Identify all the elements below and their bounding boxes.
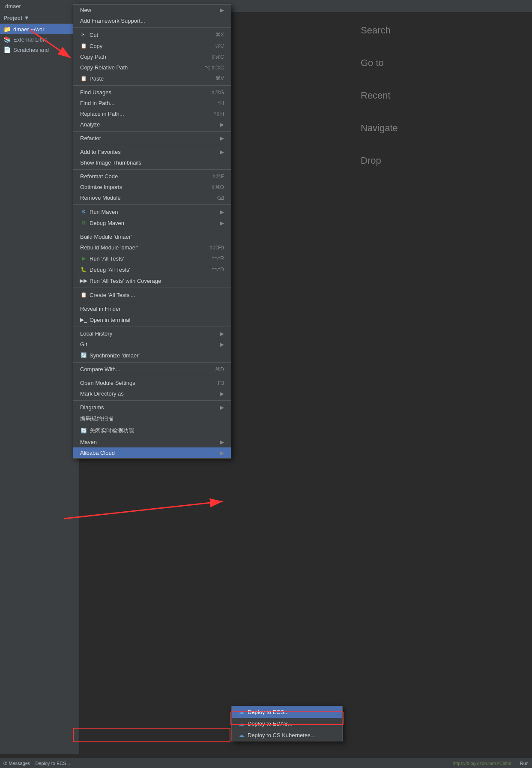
menu-item-add-framework[interactable]: Add Framework Support...: [73, 15, 231, 26]
right-panel-recent: Recent: [361, 86, 523, 105]
menu-item-run-maven[interactable]: ⚙Run Maven ▶: [73, 206, 231, 217]
menu-label-diagrams: Diagrams: [80, 404, 216, 411]
menu-item-paste[interactable]: 📋Paste ⌘V: [73, 73, 231, 84]
menu-item-reformat-code[interactable]: Reformat Code ⇧⌘F: [73, 171, 231, 182]
menu-item-debug-all-tests[interactable]: 🐛Debug 'All Tests' ^⌥D: [73, 264, 231, 275]
menu-item-copy[interactable]: 📋Copy ⌘C: [73, 40, 231, 51]
separator-5: [73, 169, 231, 170]
menu-item-open-module-settings[interactable]: Open Module Settings F3: [73, 378, 231, 388]
menu-label-code-scan: 编码规约扫描: [80, 415, 224, 423]
bottom-bar-messages[interactable]: 0: Messages: [3, 761, 30, 766]
sidebar-item-scratches-label: Scratches and: [13, 47, 49, 53]
create-tests-icon: 📋: [80, 291, 87, 298]
arrow-icon-run-maven: ▶: [220, 209, 224, 215]
gear-blue-icon: ⚙: [80, 208, 87, 215]
menu-label-alibaba-cloud: Alibaba Cloud: [80, 450, 216, 456]
library-icon: 📚: [3, 36, 11, 43]
arrow-icon-add-favorites: ▶: [220, 149, 224, 155]
menu-item-maven[interactable]: Maven ▶: [73, 437, 231, 447]
menu-item-optimize-imports[interactable]: Optimize Imports ⇧⌘O: [73, 182, 231, 192]
menu-label-analyze: Analyze: [80, 121, 216, 128]
arrow-icon-maven: ▶: [220, 439, 224, 445]
menu-label-run-all-tests: ▶Run 'All Tests': [80, 255, 203, 262]
separator-10: [73, 327, 231, 327]
menu-item-reveal-finder[interactable]: Reveal in Finder: [73, 303, 231, 314]
arrow-icon-debug-maven: ▶: [220, 220, 224, 226]
paste-icon: 📋: [80, 75, 87, 82]
arrow-icon-local-history: ▶: [220, 330, 224, 337]
menu-label-create-all-tests: 📋Create 'All Tests'...: [80, 291, 224, 298]
separator-6: [73, 204, 231, 205]
menu-item-diagrams[interactable]: Diagrams ▶: [73, 402, 231, 413]
shortcut-find-usages: ⇧⌘G: [211, 90, 224, 96]
menu-item-close-realtime[interactable]: 🔄关闭实时检测功能: [73, 425, 231, 437]
menu-item-find-usages[interactable]: Find Usages ⇧⌘G: [73, 87, 231, 98]
shortcut-debug-all-tests: ^⌥D: [212, 267, 224, 273]
menu-item-build-module[interactable]: Build Module 'dmaer': [73, 231, 231, 242]
menu-item-create-all-tests[interactable]: 📋Create 'All Tests'...: [73, 289, 231, 300]
menu-label-reveal-finder: Reveal in Finder: [80, 306, 224, 312]
right-panel-search: Search: [361, 21, 523, 40]
menu-item-open-terminal[interactable]: ▶_Open in terminal: [73, 314, 231, 325]
menu-item-git[interactable]: Git ▶: [73, 339, 231, 350]
shortcut-open-module-settings: F3: [218, 380, 224, 386]
menu-item-rebuild-module[interactable]: Rebuild Module 'dmaer' ⇧⌘F9: [73, 242, 231, 253]
shortcut-rebuild: ⇧⌘F9: [209, 245, 224, 251]
shortcut-remove-module: ⌫: [217, 195, 224, 201]
menu-item-remove-module[interactable]: Remove Module ⌫: [73, 192, 231, 203]
title-text: dmaer: [5, 3, 21, 9]
terminal-icon: ▶_: [80, 316, 87, 323]
submenu-item-deploy-cs[interactable]: ☁ Deploy to CS Kubernetes...: [232, 729, 342, 741]
sidebar-item-external[interactable]: 📚 External Libra: [0, 34, 79, 45]
menu-label-rebuild-module: Rebuild Module 'dmaer': [80, 244, 200, 251]
sidebar-header-text: Project ▼: [3, 15, 30, 21]
menu-item-local-history[interactable]: Local History ▶: [73, 328, 231, 339]
menu-label-find-usages: Find Usages: [80, 89, 202, 96]
menu-item-compare-with[interactable]: Compare With... ⌘D: [73, 364, 231, 375]
separator-7: [73, 230, 231, 230]
menu-item-code-scan[interactable]: 编码规约扫描: [73, 413, 231, 425]
separator-3: [73, 131, 231, 132]
menu-item-analyze[interactable]: Analyze ▶: [73, 119, 231, 130]
menu-item-show-image[interactable]: Show Image Thumbnails: [73, 157, 231, 168]
menu-item-mark-directory[interactable]: Mark Directory as ▶: [73, 388, 231, 399]
menu-label-compare-with: Compare With...: [80, 366, 206, 372]
menu-item-run-all-tests[interactable]: ▶Run 'All Tests' ^⌥R: [73, 253, 231, 264]
sidebar-item-scratches[interactable]: 📄 Scratches and: [0, 45, 79, 55]
menu-label-show-image: Show Image Thumbnails: [80, 159, 224, 166]
menu-item-synchronize[interactable]: 🔄Synchronize 'dmaer': [73, 350, 231, 361]
menu-item-debug-maven[interactable]: ⚙Debug Maven ▶: [73, 217, 231, 228]
menu-label-local-history: Local History: [80, 330, 216, 337]
menu-item-cut[interactable]: ✂Cut ⌘X: [73, 29, 231, 40]
menu-label-close-realtime: 🔄关闭实时检测功能: [80, 427, 224, 435]
menu-item-run-coverage[interactable]: ▶▶Run 'All Tests' with Coverage: [73, 275, 231, 286]
arrow-icon-diagrams: ▶: [220, 404, 224, 411]
menu-item-copy-path[interactable]: Copy Path ⇧⌘C: [73, 51, 231, 62]
menu-item-find-in-path[interactable]: Find in Path... ^H: [73, 98, 231, 108]
menu-item-add-favorites[interactable]: Add to Favorites ▶: [73, 147, 231, 157]
bottom-bar-deploy-ecs[interactable]: Deploy to ECS...: [35, 761, 70, 766]
menu-item-replace-in-path[interactable]: Replace in Path... ^⇧H: [73, 108, 231, 119]
submenu-item-deploy-ecs[interactable]: ☁ Deploy to ECS...: [232, 706, 342, 718]
separator-1: [73, 27, 231, 28]
menu-label-add-framework: Add Framework Support...: [80, 18, 224, 24]
submenu-item-deploy-edas[interactable]: ☁ Deploy to EDAS...: [232, 718, 342, 729]
menu-label-synchronize: 🔄Synchronize 'dmaer': [80, 352, 224, 359]
shortcut-copy-path: ⇧⌘C: [211, 54, 224, 60]
menu-item-copy-relative-path[interactable]: Copy Relative Path ⌥⇧⌘C: [73, 62, 231, 73]
menu-label-copy-relative-path: Copy Relative Path: [80, 64, 196, 71]
sidebar-item-dmaer[interactable]: 📁 dmaer ~/wor: [0, 24, 79, 34]
shortcut-run-all-tests: ^⌥R: [212, 255, 224, 261]
cloud-edas-icon: ☁: [239, 720, 244, 727]
menu-item-refactor[interactable]: Refactor ▶: [73, 133, 231, 144]
shortcut-compare-with: ⌘D: [215, 366, 224, 372]
arrow-icon-refactor: ▶: [220, 135, 224, 141]
shortcut-optimize: ⇧⌘O: [211, 184, 224, 190]
arrow-icon-analyze: ▶: [220, 121, 224, 128]
menu-item-alibaba-cloud[interactable]: Alibaba Cloud ▶: [73, 447, 231, 458]
menu-label-replace-in-path: Replace in Path...: [80, 111, 205, 117]
menu-label-run-coverage: ▶▶Run 'All Tests' with Coverage: [80, 277, 224, 284]
separator-4: [73, 145, 231, 145]
menu-item-new[interactable]: New ▶: [73, 5, 231, 15]
bottom-bar-run[interactable]: Run: [520, 761, 529, 766]
